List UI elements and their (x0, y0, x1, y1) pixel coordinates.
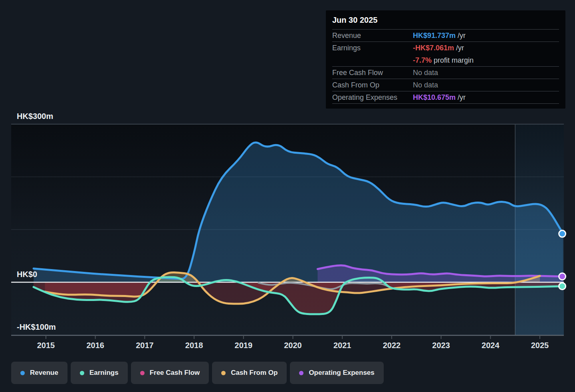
legend-label: Cash From Op (231, 369, 278, 377)
opex-unit: /yr (458, 93, 466, 101)
x-axis-label: 2017 (136, 341, 154, 350)
tooltip-label: Operating Expenses (332, 93, 413, 102)
tooltip-value: HK$10.675m /yr (413, 93, 466, 102)
tooltip-row-revenue: Revenue HK$91.737m /yr (332, 30, 559, 42)
revenue-dot-icon (20, 371, 25, 375)
earnings-value: -HK$7.061m (413, 44, 454, 52)
x-axis-label: 2015 (37, 341, 55, 350)
tooltip-row-free-cash-flow: Free Cash Flow No data (332, 67, 559, 79)
tooltip-label: Free Cash Flow (332, 69, 413, 77)
x-axis-label: 2024 (482, 341, 500, 350)
legend: Revenue Earnings Free Cash Flow Cash Fro… (11, 362, 384, 384)
x-axis-label: 2019 (235, 341, 253, 350)
tooltip-value: -7.7% profit margin (413, 56, 474, 65)
chart-page: { "tooltip": { "date": "Jun 30 2025", "r… (0, 0, 575, 392)
legend-item-operating-expenses[interactable]: Operating Expenses (290, 362, 383, 384)
tooltip-row-operating-expenses: Operating Expenses HK$10.675m /yr (332, 91, 559, 104)
legend-item-revenue[interactable]: Revenue (11, 362, 67, 384)
tooltip-row-profit-margin: -7.7% profit margin (332, 54, 559, 67)
x-axis-label: 2018 (185, 341, 203, 350)
fcf-value: No data (413, 69, 438, 77)
x-axis-label: 2025 (531, 341, 549, 350)
y-axis-label: -HK$100m (17, 323, 56, 331)
y-axis-label: HK$0 (17, 270, 37, 279)
tooltip-row-earnings: Earnings -HK$7.061m /yr (332, 42, 559, 54)
tooltip-label: Cash From Op (332, 81, 413, 89)
tooltip-value: HK$91.737m /yr (413, 32, 466, 40)
legend-label: Operating Expenses (309, 369, 374, 377)
legend-label: Revenue (30, 369, 58, 377)
opex-endpoint-marker[interactable] (559, 273, 566, 280)
operating-expenses-dot-icon (299, 371, 303, 375)
legend-item-earnings[interactable]: Earnings (71, 362, 128, 384)
tooltip-value: -HK$7.061m /yr (413, 44, 464, 52)
legend-item-free-cash-flow[interactable]: Free Cash Flow (131, 362, 209, 384)
legend-item-cash-from-op[interactable]: Cash From Op (212, 362, 287, 384)
y-axis-label: HK$300m (17, 112, 53, 121)
x-axis-label: 2016 (86, 341, 104, 350)
free-cash-flow-dot-icon (140, 371, 145, 375)
revenue-endpoint-marker[interactable] (559, 230, 566, 237)
x-axis-label: 2020 (284, 341, 302, 350)
x-axis-label: 2022 (383, 341, 401, 350)
tooltip-panel: Jun 30 2025 Revenue HK$91.737m /yr Earni… (326, 10, 565, 109)
earnings-endpoint-marker[interactable] (559, 283, 566, 289)
tooltip-date: Jun 30 2025 (332, 10, 559, 30)
cash-from-op-dot-icon (221, 371, 226, 375)
earnings-unit: /yr (456, 44, 464, 52)
profit-margin-value: -7.7% (413, 56, 432, 64)
x-axis-label: 2021 (333, 341, 351, 350)
cash-from-op-value: No data (413, 81, 438, 89)
x-axis-label: 2023 (432, 341, 450, 350)
earnings-dot-icon (80, 371, 84, 375)
tooltip-row-cash-from-op: Cash From Op No data (332, 79, 559, 91)
legend-label: Earnings (89, 369, 119, 377)
profit-margin-label: profit margin (434, 56, 474, 64)
opex-value: HK$10.675m (413, 93, 456, 101)
legend-label: Free Cash Flow (150, 369, 200, 377)
tooltip-label: Revenue (332, 32, 413, 40)
revenue-unit: /yr (458, 32, 466, 40)
revenue-value: HK$91.737m (413, 32, 456, 40)
tooltip-label: Earnings (332, 44, 413, 52)
